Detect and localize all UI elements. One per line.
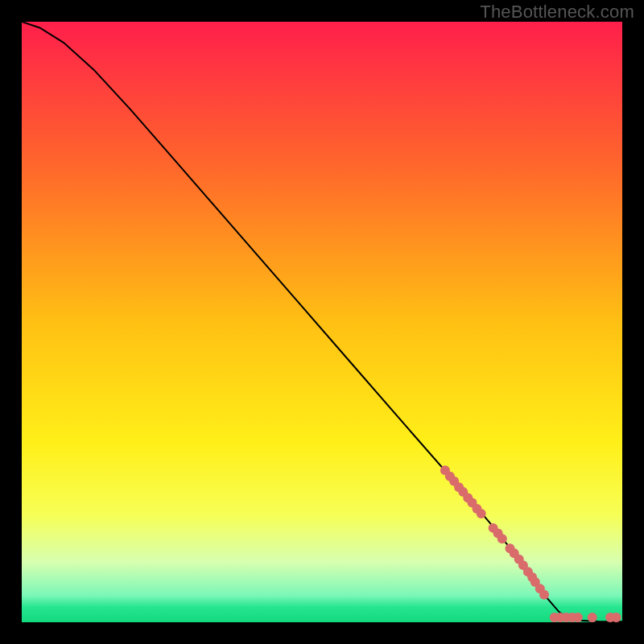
scatter-dot	[477, 509, 486, 518]
watermark-text: TheBottleneck.com	[480, 2, 634, 23]
scatter-dot	[573, 613, 583, 622]
scatter-dot	[588, 613, 597, 622]
plot-svg	[22, 22, 622, 622]
scatter-dot	[612, 613, 621, 622]
gradient-background	[22, 22, 622, 622]
plot-area	[22, 22, 622, 622]
scatter-dot	[539, 590, 549, 600]
scatter-dot	[497, 534, 507, 543]
chart-stage: TheBottleneck.com	[0, 0, 644, 644]
